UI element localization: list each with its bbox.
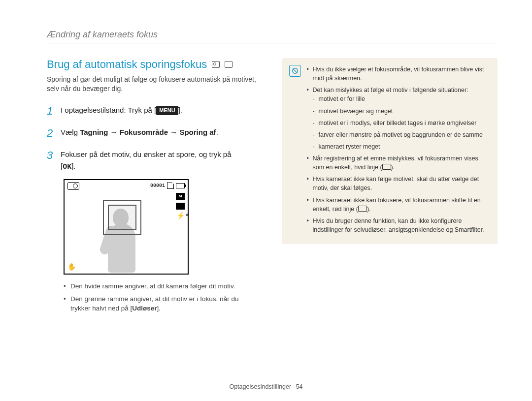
- red-frame-icon: [358, 206, 367, 212]
- text: Det kan mislykkes at følge et motiv i fø…: [313, 87, 468, 93]
- text: Den grønne ramme angiver, at dit motiv e…: [70, 295, 238, 303]
- lcd-top-right: 00001: [150, 182, 185, 189]
- right-column: Hvis du ikke vælger et fokusområde, vil …: [282, 58, 498, 316]
- section-title: Brug af automatisk sporingsfokus: [47, 58, 263, 71]
- image-size-icon: M: [176, 193, 185, 200]
- page-number: 54: [296, 383, 303, 390]
- text: Vælg: [61, 128, 80, 136]
- content-columns: Brug af automatisk sporingsfokus Sporing…: [47, 58, 498, 316]
- step-text: Fokuser på det motiv, du ønsker at spore…: [61, 147, 263, 173]
- note-icon: [289, 65, 301, 77]
- sub-bullet: Den hvide ramme angiver, at dit kamera f…: [64, 281, 263, 291]
- step-number: 1: [47, 102, 55, 120]
- menu-button-label: MENU: [156, 106, 178, 116]
- white-frame-icon: [382, 164, 391, 170]
- note-sublist: motivet er for lille motivet bevæger sig…: [313, 94, 489, 151]
- arrow-icon: →: [168, 128, 179, 136]
- note-item: Når registrering af et emne mislykkes, v…: [307, 154, 489, 172]
- camera-mode-indicator-icon: [67, 182, 79, 190]
- text: Når registrering af et emne mislykkes, v…: [313, 155, 478, 171]
- flash-auto-icon: ⚡: [176, 213, 185, 218]
- running-header: Ændring af kameraets fokus: [47, 30, 498, 43]
- footer-section: Optagelsesindstillinger: [229, 383, 291, 390]
- note-item: Hvis kameraet ikke kan fokusere, vil fok…: [307, 196, 489, 214]
- text: I optagelsestilstand: Tryk på [: [61, 106, 156, 114]
- focus-frame-outer: [103, 200, 141, 235]
- note-subitem: kameraet ryster meget: [313, 142, 489, 151]
- camera-mode-icon: [212, 61, 220, 68]
- note-item: Hvis du ikke vælger et fokusområde, vil …: [307, 65, 489, 83]
- menu-path-segment: Fokusområde: [120, 128, 168, 136]
- note-subitem: farver eller mønstre på motivet og baggr…: [313, 130, 489, 139]
- ok-button-label: OK: [63, 163, 71, 171]
- step-1: 1 I optagelsestilstand: Tryk på [MENU].: [47, 102, 263, 120]
- manual-page: { "header": { "running_head": "Ændring a…: [0, 0, 532, 401]
- stabilizer-icon: ✋: [67, 263, 76, 271]
- step-number: 2: [47, 124, 55, 142]
- step-3: 3 Fokuser på det motiv, du ønsker at spo…: [47, 147, 263, 173]
- text: ].: [157, 305, 161, 312]
- text: ].: [178, 106, 182, 114]
- text: .: [216, 128, 218, 136]
- scene-mode-icon: [225, 61, 233, 68]
- shot-counter: 00001: [150, 183, 165, 188]
- text: ).: [367, 206, 371, 213]
- note-list: Hvis du ikke vælger et fokusområde, vil …: [307, 65, 489, 234]
- page-footer: Optagelsesindstillinger 54: [0, 383, 532, 390]
- steps-list: 1 I optagelsestilstand: Tryk på [MENU]. …: [47, 102, 263, 173]
- step-2: 2 Vælg Tagning → Fokusområde → Sporing a…: [47, 124, 263, 142]
- section-title-text: Brug af automatisk sporingsfokus: [47, 58, 207, 71]
- section-intro: Sporing af gør det muligt at følge og fo…: [47, 75, 263, 93]
- menu-path-segment: Tagning: [80, 128, 108, 136]
- sd-card-icon: [167, 182, 174, 189]
- shutter-label: Udløser: [132, 305, 157, 312]
- left-column: Brug af automatisk sporingsfokus Sporing…: [47, 58, 263, 316]
- step-text: Vælg Tagning → Fokusområde → Sporing af.: [61, 124, 263, 142]
- lcd-top-left: [67, 182, 79, 190]
- text: Fokuser på det motiv, du ønsker at spore…: [61, 150, 232, 158]
- arrow-icon: →: [108, 128, 119, 136]
- camera-lcd-figure: 00001 M ⚡ ✋: [64, 179, 189, 275]
- note-box: Hvis du ikke vælger et fokusområde, vil …: [282, 58, 498, 244]
- step-number: 3: [47, 147, 55, 173]
- focus-frame-inner: [108, 205, 136, 230]
- svg-line-0: [293, 69, 297, 73]
- quality-icon: [176, 203, 185, 210]
- menu-path-segment: Sporing af: [179, 128, 216, 136]
- note-subitem: motivet bevæger sig meget: [313, 107, 489, 116]
- note-subitem: motivet er i modlys, eller billedet tage…: [313, 119, 489, 127]
- sub-bullet: Den grønne ramme angiver, at dit motiv e…: [64, 294, 263, 313]
- text: ].: [71, 162, 75, 170]
- sub-bullets: Den hvide ramme angiver, at dit kamera f…: [47, 281, 263, 313]
- note-item: Det kan mislykkes at følge et motiv i fø…: [307, 86, 489, 151]
- note-item: Hvis kameraet ikke kan følge motivet, sk…: [307, 175, 489, 192]
- note-subitem: motivet er for lille: [313, 94, 489, 103]
- step-text: I optagelsestilstand: Tryk på [MENU].: [61, 102, 263, 120]
- text: Hvis kameraet ikke kan fokusere, vil fok…: [313, 197, 481, 213]
- text: trykker halvt ned på [: [70, 305, 132, 312]
- battery-icon: [176, 183, 185, 188]
- text: ).: [391, 164, 395, 171]
- note-item: Hvis du bruger denne funktion, kan du ik…: [307, 216, 489, 234]
- lcd-right-icons: M ⚡: [176, 193, 185, 218]
